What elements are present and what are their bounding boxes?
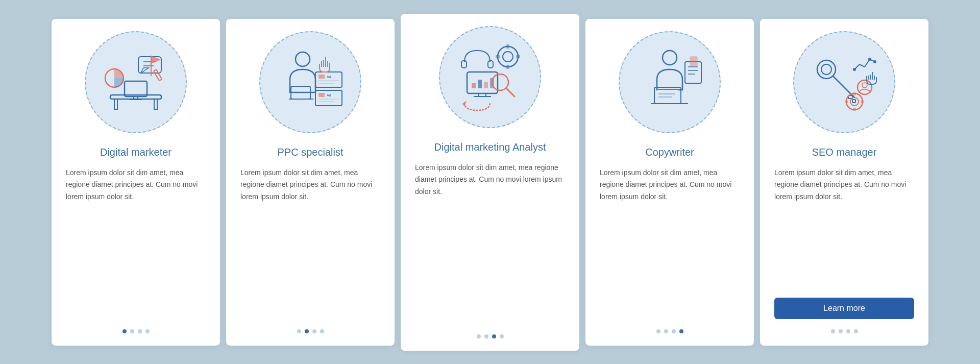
svg-text:Ad: Ad (327, 75, 331, 79)
svg-rect-1 (114, 99, 117, 109)
svg-rect-2 (154, 99, 157, 109)
svg-rect-66 (845, 100, 848, 103)
dot-1 (831, 329, 835, 333)
svg-rect-65 (853, 108, 856, 111)
dot-4 (679, 329, 683, 333)
icon-seo-manager (793, 31, 895, 133)
dots-digital-marketer (122, 329, 150, 333)
card-text-seo-manager: Lorem ipsum dolor sit dim amet, mea regi… (774, 167, 914, 289)
svg-point-69 (868, 58, 871, 61)
svg-marker-9 (141, 68, 149, 73)
dot-1 (477, 334, 481, 338)
svg-point-46 (663, 51, 677, 65)
svg-rect-18 (318, 75, 325, 79)
dot-4 (145, 329, 150, 333)
dot-4 (854, 329, 858, 333)
dot-1 (122, 329, 127, 333)
dot-2 (839, 329, 843, 333)
dot-3 (312, 329, 316, 333)
svg-rect-23 (318, 93, 325, 97)
card-text-digital-marketer: Lorem ipsum dolor sit dim amet, mea regi… (66, 167, 206, 319)
dot-2 (130, 329, 134, 333)
dot-1 (297, 329, 301, 333)
svg-rect-61 (852, 100, 855, 103)
dots-copywriter (656, 329, 683, 333)
svg-line-42 (506, 88, 514, 96)
dot-2 (484, 334, 488, 338)
dot-4 (320, 329, 324, 333)
card-ppc-specialist: Ad Ad PPC specialist Lorem ipsum dolor s… (226, 19, 395, 346)
svg-text:Ad: Ad (327, 93, 331, 97)
svg-point-14 (296, 52, 310, 66)
svg-point-70 (873, 60, 876, 63)
card-title-seo-manager: SEO manager (812, 145, 877, 159)
svg-rect-17 (315, 72, 342, 87)
svg-point-62 (846, 93, 863, 110)
svg-rect-40 (516, 55, 520, 58)
svg-point-35 (498, 46, 518, 67)
svg-point-72 (862, 83, 867, 88)
card-title-digital-marketing-analyst: Digital marketing Analyst (434, 140, 546, 154)
svg-rect-54 (690, 57, 697, 66)
svg-rect-22 (315, 90, 342, 106)
dot-2 (305, 329, 309, 333)
card-seo-manager: SEO manager Lorem ipsum dolor sit dim am… (760, 19, 928, 346)
svg-rect-3 (125, 81, 147, 96)
svg-point-63 (850, 98, 859, 106)
card-text-digital-marketing-analyst: Lorem ipsum dolor sit dim amet, mea regi… (415, 162, 565, 324)
dots-ppc-specialist (297, 329, 324, 333)
dots-digital-marketing-analyst (477, 334, 504, 338)
dots-seo-manager (831, 329, 858, 333)
card-title-copywriter: Copywriter (645, 145, 694, 159)
svg-rect-67 (861, 100, 864, 103)
card-text-copywriter: Lorem ipsum dolor sit dim amet, mea regi… (600, 167, 740, 319)
dot-1 (656, 329, 660, 333)
card-copywriter: Copywriter Lorem ipsum dolor sit dim ame… (585, 19, 754, 346)
svg-rect-48 (657, 90, 678, 101)
dot-3 (492, 334, 496, 338)
svg-point-58 (821, 64, 831, 75)
svg-rect-64 (853, 92, 856, 95)
svg-rect-13 (154, 69, 162, 80)
cards-container: Digital marketer Lorem ipsum dolor sit d… (31, 0, 949, 364)
svg-point-57 (817, 60, 836, 79)
icon-digital-marketing-analyst (439, 26, 541, 128)
dot-3 (672, 329, 676, 333)
svg-rect-43 (461, 61, 467, 68)
icon-ppc-specialist: Ad Ad (259, 31, 361, 133)
learn-more-button[interactable]: Learn more (774, 298, 914, 319)
card-text-ppc-specialist: Lorem ipsum dolor sit dim amet, mea regi… (240, 167, 380, 319)
dot-4 (500, 334, 504, 338)
svg-rect-33 (484, 82, 488, 88)
card-title-digital-marketer: Digital marketer (100, 145, 172, 159)
dot-3 (846, 329, 850, 333)
svg-point-71 (857, 80, 872, 94)
svg-point-68 (853, 68, 856, 71)
svg-rect-38 (506, 65, 509, 69)
svg-point-36 (503, 52, 513, 62)
svg-marker-45 (462, 101, 467, 107)
card-digital-marketing-analyst: Digital marketing Analyst Lorem ipsum do… (401, 14, 579, 351)
card-digital-marketer: Digital marketer Lorem ipsum dolor sit d… (52, 19, 220, 346)
svg-rect-44 (488, 61, 493, 68)
icon-digital-marketer (85, 31, 187, 133)
svg-rect-32 (478, 80, 482, 88)
dot-3 (138, 329, 142, 333)
svg-rect-39 (496, 55, 500, 58)
card-title-ppc-specialist: PPC specialist (278, 145, 344, 159)
svg-rect-37 (506, 44, 509, 48)
icon-copywriter (619, 31, 721, 133)
dot-2 (664, 329, 668, 333)
svg-rect-31 (472, 83, 476, 88)
